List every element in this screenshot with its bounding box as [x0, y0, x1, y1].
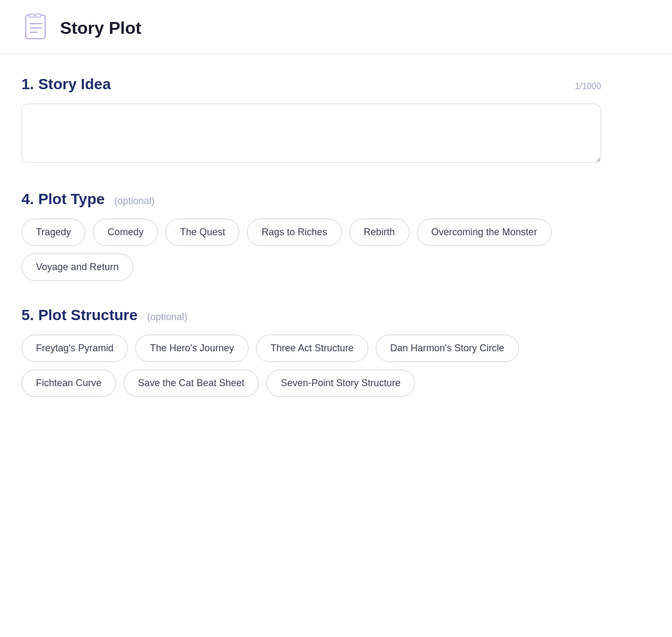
story-idea-title: 1. Story Idea — [21, 76, 111, 93]
story-idea-section: 1. Story Idea 1/1000 — [21, 76, 601, 165]
plot-type-pill[interactable]: Comedy — [93, 219, 158, 246]
plot-structure-optional: (optional) — [147, 312, 187, 322]
plot-type-optional: (optional) — [114, 196, 155, 206]
plot-type-pill[interactable]: Voyage and Return — [21, 254, 133, 281]
plot-type-pill[interactable]: The Quest — [165, 219, 239, 246]
plot-structure-pill[interactable]: Fichtean Curve — [21, 370, 116, 397]
plot-structure-pill[interactable]: Save the Cat Beat Sheet — [123, 370, 259, 397]
plot-structure-pills: Freytag's PyramidThe Hero's JourneyThree… — [21, 335, 601, 397]
plot-type-section: 4. Plot Type (optional) TragedyComedyThe… — [21, 191, 601, 281]
plot-type-pills: TragedyComedyThe QuestRags to RichesRebi… — [21, 219, 601, 281]
plot-structure-pill[interactable]: Dan Harmon's Story Circle — [376, 335, 519, 362]
story-idea-header: 1. Story Idea 1/1000 — [21, 76, 601, 93]
plot-structure-header: 5. Plot Structure (optional) — [21, 307, 601, 324]
plot-type-pill[interactable]: Rebirth — [349, 219, 410, 246]
plot-type-pill[interactable]: Tragedy — [21, 219, 85, 246]
plot-structure-pill[interactable]: Freytag's Pyramid — [21, 335, 128, 362]
page-title: Story Plot — [60, 18, 141, 38]
plot-structure-pill[interactable]: Three Act Structure — [256, 335, 368, 362]
char-count: 1/1000 — [575, 82, 601, 91]
plot-type-title: 4. Plot Type (optional) — [21, 191, 155, 208]
svg-rect-1 — [29, 14, 34, 17]
page-header: Story Plot — [0, 0, 672, 54]
story-plot-icon — [21, 13, 52, 43]
plot-type-pill[interactable]: Rags to Riches — [247, 219, 341, 246]
plot-structure-section: 5. Plot Structure (optional) Freytag's P… — [21, 307, 601, 397]
plot-structure-pill[interactable]: The Hero's Journey — [135, 335, 249, 362]
svg-rect-0 — [26, 15, 45, 39]
plot-type-header: 4. Plot Type (optional) — [21, 191, 601, 208]
plot-type-pill[interactable]: Overcoming the Monster — [417, 219, 552, 246]
svg-rect-2 — [35, 14, 41, 17]
plot-structure-pill[interactable]: Seven-Point Story Structure — [266, 370, 415, 397]
plot-structure-title: 5. Plot Structure (optional) — [21, 307, 187, 324]
story-idea-textarea[interactable] — [21, 104, 601, 163]
main-content: 1. Story Idea 1/1000 4. Plot Type (optio… — [0, 54, 623, 444]
